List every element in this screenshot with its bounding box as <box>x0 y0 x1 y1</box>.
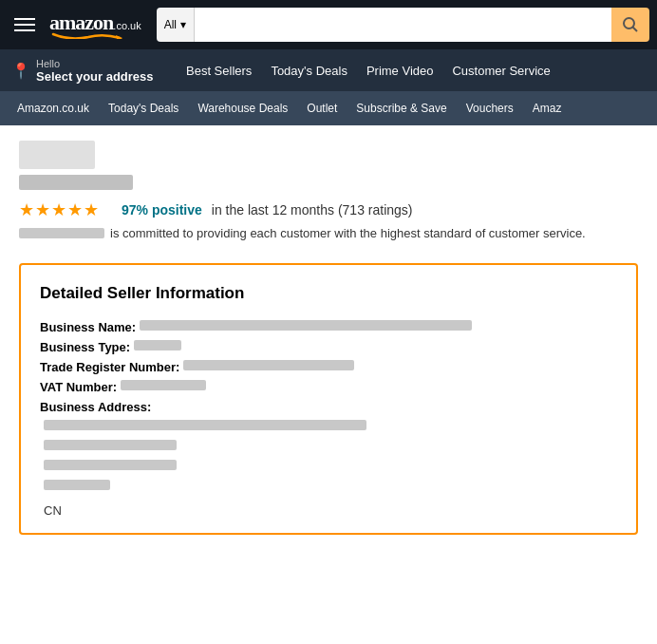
amazon-logo[interactable]: amazon .co.uk <box>49 10 141 39</box>
secondary-navigation: Amazon.co.uk Today's Deals Warehouse Dea… <box>0 91 657 125</box>
address-line-3 <box>44 460 617 470</box>
select-address-label: Select your address <box>36 69 154 84</box>
nav-todays-deals[interactable]: Today's Deals <box>271 64 347 78</box>
seller-header: ★ ★ ★ ★ ★ 97% positive in the last 12 mo… <box>19 141 638 240</box>
business-type-label: Business Type: <box>40 340 130 354</box>
business-address-block: CN <box>40 420 617 518</box>
address-line-2 <box>44 440 617 450</box>
star-rating: ★ ★ ★ ★ ★ <box>19 199 99 220</box>
country-code: CN <box>44 503 617 518</box>
vat-number-row: VAT Number: <box>40 380 617 394</box>
address-line-4 <box>44 480 617 490</box>
star-1: ★ <box>19 199 34 220</box>
business-address-row: Business Address: <box>40 400 617 414</box>
seller-info-box: Detailed Seller Information Business Nam… <box>19 263 638 535</box>
svg-point-1 <box>624 18 634 28</box>
nav-best-sellers[interactable]: Best Sellers <box>186 64 252 78</box>
location-icon: 📍 <box>11 62 30 80</box>
search-category-dropdown[interactable]: All ▾ <box>157 8 195 42</box>
vat-number-label: VAT Number: <box>40 380 117 394</box>
seller-info-title: Detailed Seller Information <box>40 284 617 303</box>
address-section[interactable]: 📍 Hello Select your address <box>11 58 163 84</box>
business-name-row: Business Name: <box>40 320 617 334</box>
seller-name-desc-redacted <box>19 228 104 238</box>
star-5: ★ <box>84 199 99 220</box>
trade-register-row: Trade Register Number: <box>40 360 617 374</box>
seller-logo <box>19 141 95 169</box>
search-input[interactable] <box>195 8 611 42</box>
search-icon <box>622 16 639 33</box>
address-bar-nav: Best Sellers Today's Deals Prime Video C… <box>186 64 551 78</box>
sec-nav-amazon-more[interactable]: Amaz <box>523 94 572 123</box>
search-category-label: All <box>164 18 177 31</box>
hamburger-menu[interactable] <box>8 11 42 38</box>
business-type-row: Business Type: <box>40 340 617 354</box>
nav-prime-video[interactable]: Prime Video <box>366 64 434 78</box>
business-name-value-redacted <box>140 320 472 331</box>
amazon-smile-icon <box>51 29 125 39</box>
search-bar: All ▾ <box>157 8 649 42</box>
business-name-label: Business Name: <box>40 320 136 334</box>
rating-positive: 97% positive <box>122 202 202 218</box>
trade-register-value-redacted <box>183 360 354 370</box>
trade-register-label: Trade Register Number: <box>40 360 179 374</box>
seller-description: is committed to providing each customer … <box>19 226 638 240</box>
dropdown-arrow-icon: ▾ <box>180 18 186 31</box>
address-line-1 <box>44 420 617 430</box>
sec-nav-amazon-uk[interactable]: Amazon.co.uk <box>8 94 99 123</box>
sec-nav-todays-deals[interactable]: Today's Deals <box>99 94 188 123</box>
top-navigation: amazon .co.uk All ▾ <box>0 0 657 49</box>
sec-nav-warehouse-deals[interactable]: Warehouse Deals <box>188 94 297 123</box>
business-address-label: Business Address: <box>40 400 151 414</box>
svg-marker-0 <box>116 35 122 39</box>
sec-nav-subscribe-save[interactable]: Subscribe & Save <box>347 94 456 123</box>
seller-desc-text: is committed to providing each customer … <box>110 226 586 240</box>
address-bar: 📍 Hello Select your address Best Sellers… <box>0 49 657 91</box>
sec-nav-outlet[interactable]: Outlet <box>297 94 347 123</box>
rating-row: ★ ★ ★ ★ ★ 97% positive in the last 12 mo… <box>19 199 638 220</box>
search-button[interactable] <box>611 8 649 42</box>
star-3: ★ <box>51 199 66 220</box>
hello-label: Hello <box>36 58 154 69</box>
nav-customer-service[interactable]: Customer Service <box>452 64 550 78</box>
business-type-value-redacted <box>134 340 181 350</box>
seller-name-redacted <box>19 175 133 190</box>
sec-nav-vouchers[interactable]: Vouchers <box>457 94 523 123</box>
vat-number-value-redacted <box>121 380 206 390</box>
star-2: ★ <box>35 199 50 220</box>
svg-line-2 <box>633 28 638 32</box>
star-4: ★ <box>67 199 83 220</box>
main-content: ★ ★ ★ ★ ★ 97% positive in the last 12 mo… <box>0 125 657 550</box>
rating-text: in the last 12 months (713 ratings) <box>212 202 413 218</box>
